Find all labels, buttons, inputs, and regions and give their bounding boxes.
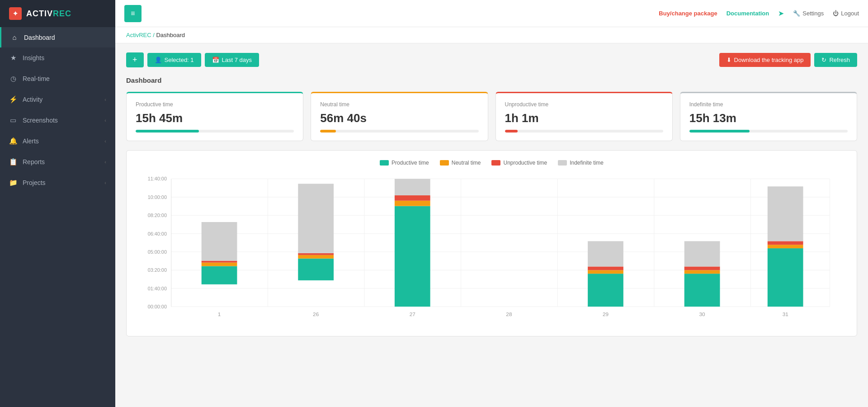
logout-icon: ⏻	[833, 10, 839, 17]
refresh-icon: ↻	[821, 57, 826, 63]
add-button[interactable]: +	[126, 52, 144, 67]
svg-text:00:00:00: 00:00:00	[148, 304, 167, 309]
svg-text:05:00:00: 05:00:00	[148, 249, 167, 255]
card-bar-container	[320, 130, 478, 133]
legend-swatch	[491, 160, 500, 166]
card-bar	[505, 130, 518, 133]
chart-svg: 11:40:00 10:00:00 08:20:00 06:40:00 05:0…	[136, 173, 848, 327]
date-range-button[interactable]: 📅 Last 7 days	[205, 53, 259, 67]
sidebar-item-projects[interactable]: 📁 Projects ‹	[0, 172, 115, 193]
breadcrumb-current: Dashboard	[156, 32, 185, 38]
chevron-icon: ‹	[104, 159, 106, 165]
sidebar-item-label: Screenshots	[23, 117, 58, 124]
toolbar: + 👤 Selected: 1 📅 Last 7 days ⬇ Download…	[126, 52, 857, 67]
bar-unproductive	[684, 266, 720, 270]
svg-text:11:40:00: 11:40:00	[148, 176, 167, 181]
reports-icon: 📋	[9, 158, 17, 166]
activity-icon: ⚡	[9, 95, 17, 104]
refresh-button[interactable]: ↻ Refresh	[814, 53, 857, 67]
settings-label: Settings	[802, 10, 824, 17]
svg-text:1: 1	[218, 311, 221, 317]
selected-button[interactable]: 👤 Selected: 1	[147, 53, 201, 67]
legend-label: Unproductive time	[503, 160, 547, 166]
unproductive-time-card: Unproductive time 1h 1m	[495, 92, 673, 141]
chart-section: Productive time Neutral time Unproductiv…	[126, 150, 857, 336]
sidebar-item-insights[interactable]: ★ Insights	[0, 47, 115, 68]
send-icon: ➤	[778, 9, 784, 18]
legend-productive: Productive time	[380, 160, 429, 166]
calendar-icon: 📅	[212, 57, 219, 63]
svg-text:26: 26	[313, 311, 319, 317]
logo: ✦ ACTIVREC	[0, 0, 115, 27]
bar-unproductive	[395, 195, 430, 201]
breadcrumb: ActivREC / Dashboard	[115, 27, 868, 43]
bar-indefinite	[768, 186, 803, 241]
alerts-icon: 🔔	[9, 137, 17, 145]
bar-indefinite	[684, 241, 720, 266]
sidebar-item-reports[interactable]: 📋 Reports ‹	[0, 151, 115, 172]
chart-legend: Productive time Neutral time Unproductiv…	[136, 160, 848, 166]
settings-link[interactable]: 🔧 Settings	[793, 10, 824, 17]
svg-text:08:20:00: 08:20:00	[148, 213, 167, 218]
svg-text:31: 31	[783, 311, 788, 317]
svg-text:27: 27	[410, 311, 415, 317]
svg-text:29: 29	[603, 311, 609, 317]
bar-indefinite	[202, 222, 237, 261]
card-label: Unproductive time	[505, 101, 663, 108]
section-title: Dashboard	[126, 76, 161, 84]
sidebar-item-label: Activity	[23, 96, 42, 103]
sidebar-item-screenshots[interactable]: ▭ Screenshots ‹	[0, 110, 115, 131]
svg-text:30: 30	[699, 311, 706, 317]
card-bar	[320, 130, 336, 133]
logout-link[interactable]: ⏻ Logout	[833, 10, 859, 17]
bar-neutral	[298, 255, 334, 259]
card-value: 15h 45m	[136, 111, 294, 125]
projects-icon: 📁	[9, 179, 17, 187]
sidebar-item-label: Real-time	[23, 75, 50, 82]
buy-package-link[interactable]: Buy/change package	[659, 10, 717, 17]
screenshots-icon: ▭	[9, 116, 17, 124]
sidebar-item-activity[interactable]: ⚡ Activity ‹	[0, 89, 115, 110]
bar-unproductive	[298, 253, 334, 255]
download-icon: ⬇	[726, 57, 731, 63]
page-content: + 👤 Selected: 1 📅 Last 7 days ⬇ Download…	[115, 43, 868, 407]
bar-productive	[588, 274, 623, 307]
documentation-link[interactable]: Documentation	[726, 10, 769, 17]
card-bar	[136, 130, 199, 133]
top-navigation: ≡ Buy/change package Documentation ➤ 🔧 S…	[115, 0, 868, 27]
topnav-left: ≡	[124, 5, 142, 22]
indefinite-time-card: Indefinite time 15h 13m	[680, 92, 857, 141]
card-bar-container	[689, 130, 848, 133]
user-icon: 👤	[155, 57, 162, 63]
logo-icon: ✦	[9, 7, 22, 20]
legend-label: Neutral time	[452, 160, 481, 166]
sidebar-item-alerts[interactable]: 🔔 Alerts ‹	[0, 131, 115, 151]
wrench-icon: 🔧	[793, 10, 800, 17]
bar-neutral	[202, 263, 237, 266]
logout-label: Logout	[841, 10, 859, 17]
sidebar-item-dashboard[interactable]: ⌂ Dashboard	[0, 27, 115, 47]
bar-indefinite	[298, 184, 334, 253]
breadcrumb-root[interactable]: ActivREC	[126, 32, 151, 38]
download-button[interactable]: ⬇ Download the tracking app	[719, 53, 811, 67]
card-bar-container	[505, 130, 663, 133]
bar-productive	[768, 248, 803, 307]
svg-text:03:20:00: 03:20:00	[148, 267, 167, 273]
card-label: Productive time	[136, 101, 294, 108]
insights-icon: ★	[9, 54, 17, 62]
legend-swatch	[558, 160, 567, 166]
card-bar-container	[136, 130, 294, 133]
sidebar: ✦ ACTIVREC ⌂ Dashboard ★ Insights ◷ Real…	[0, 0, 115, 407]
sidebar-item-label: Reports	[23, 158, 45, 166]
sidebar-item-label: Dashboard	[24, 34, 55, 41]
productive-time-card: Productive time 15h 45m	[126, 92, 303, 141]
bar-chart: 11:40:00 10:00:00 08:20:00 06:40:00 05:0…	[136, 173, 848, 327]
chevron-icon: ‹	[104, 138, 106, 144]
bar-unproductive	[588, 266, 623, 270]
legend-label: Indefinite time	[570, 160, 604, 166]
sidebar-item-realtime[interactable]: ◷ Real-time	[0, 68, 115, 89]
hamburger-button[interactable]: ≡	[124, 5, 142, 22]
svg-text:28: 28	[506, 311, 512, 317]
dashboard-icon: ⌂	[10, 33, 19, 41]
main-content: ≡ Buy/change package Documentation ➤ 🔧 S…	[115, 0, 868, 407]
